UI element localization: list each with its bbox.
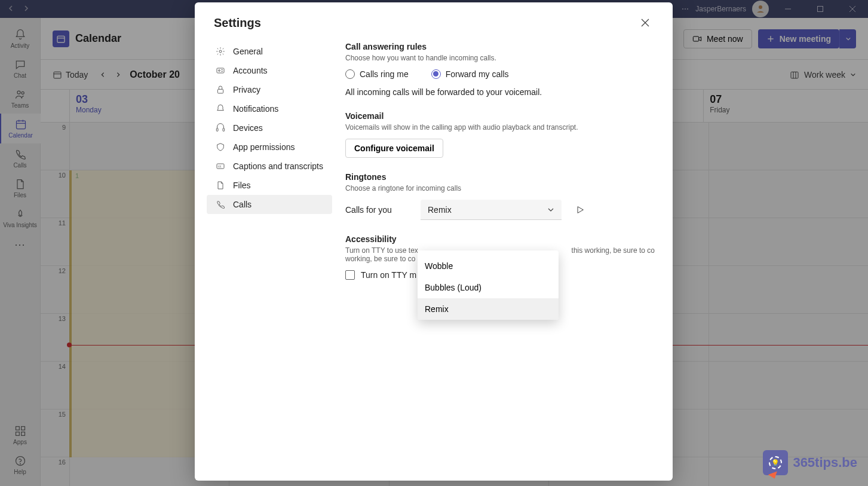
accounts-icon: [215, 66, 226, 75]
nav-notifications[interactable]: Notifications: [207, 99, 332, 118]
nav-privacy[interactable]: Privacy: [207, 80, 332, 99]
bell-icon: [215, 104, 226, 114]
nav-captions[interactable]: ccCaptions and transcripts: [207, 157, 332, 176]
configure-voicemail-button[interactable]: Configure voicemail: [345, 139, 443, 158]
file-icon: [215, 181, 226, 190]
shield-icon: [215, 142, 226, 152]
modal-title: Settings: [214, 16, 261, 30]
svg-point-29: [219, 50, 222, 53]
svg-rect-35: [216, 129, 218, 132]
close-button[interactable]: [637, 14, 654, 31]
svg-point-31: [219, 70, 220, 72]
settings-nav: General Accounts Privacy Notifications D…: [207, 37, 332, 469]
svg-text:cc: cc: [218, 164, 222, 168]
nav-general[interactable]: General: [207, 42, 332, 61]
nav-devices[interactable]: Devices: [207, 118, 332, 137]
section-desc: Choose a ringtone for incoming calls: [345, 184, 655, 192]
forward-info: All incoming calls will be forwarded to …: [345, 87, 655, 97]
section-title: Voicemail: [345, 111, 655, 121]
phone-icon: [215, 200, 226, 209]
nav-calls[interactable]: Calls: [207, 195, 332, 214]
section-title: Call answering rules: [345, 42, 655, 51]
watermark: 💡 365tips.be: [763, 450, 857, 475]
dropdown-item-bubbles[interactable]: Bubbles (Loud): [418, 277, 559, 298]
svg-rect-30: [217, 68, 224, 73]
ringtone-dropdown: Wobble Bubbles (Loud) Remix: [418, 250, 559, 320]
settings-modal: Settings General Accounts Privacy Notifi…: [195, 2, 673, 481]
radio-icon: [431, 69, 441, 79]
play-ringtone-button[interactable]: [573, 203, 587, 216]
nav-files[interactable]: Files: [207, 176, 332, 195]
nav-permissions[interactable]: App permissions: [207, 137, 332, 157]
gear-icon: [215, 47, 226, 56]
tty-label: Turn on TTY m: [361, 270, 416, 280]
nav-accounts[interactable]: Accounts: [207, 61, 332, 80]
ringtone-select[interactable]: Remix: [421, 200, 562, 220]
lock-icon: [215, 85, 226, 94]
dropdown-item-clipped[interactable]: [418, 250, 559, 255]
tty-checkbox[interactable]: [345, 270, 355, 280]
headset-icon: [215, 123, 226, 133]
radio-calls-ring[interactable]: Calls ring me: [345, 69, 409, 79]
dropdown-item-remix[interactable]: Remix: [418, 298, 559, 320]
radio-icon: [345, 69, 355, 79]
section-desc: Voicemails will show in the calling app …: [345, 123, 655, 132]
radio-forward-calls[interactable]: Forward my calls: [431, 69, 509, 79]
svg-rect-36: [223, 129, 225, 132]
watermark-text: 365tips.be: [793, 455, 857, 470]
section-title: Accessibility: [345, 234, 655, 244]
section-title: Ringtones: [345, 172, 655, 182]
svg-rect-34: [217, 89, 223, 93]
dropdown-item-wobble[interactable]: Wobble: [418, 255, 559, 277]
section-desc: Choose how you want to handle incoming c…: [345, 54, 655, 62]
svg-marker-39: [578, 207, 583, 213]
chevron-down-icon: [547, 206, 554, 213]
ringtone-label: Calls for you: [345, 205, 409, 215]
watermark-icon: 💡: [763, 450, 788, 475]
captions-icon: cc: [215, 161, 226, 171]
